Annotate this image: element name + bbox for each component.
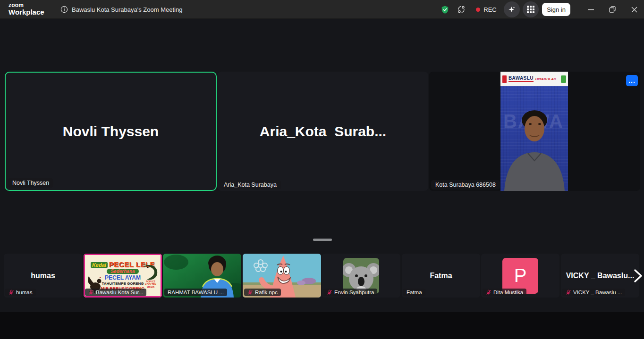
muted-mic-icon [88, 289, 94, 295]
muted-mic-icon [566, 289, 571, 295]
catfish-graphic [142, 263, 159, 281]
rec-label: REC [483, 6, 496, 13]
tile-name-label: humas [5, 289, 36, 296]
tile-name-label: Rafik npc [244, 289, 281, 296]
tile-name-label: VICKY _ Bawaslu ... [562, 289, 625, 296]
filmstrip-tile-bawaslu-kota[interactable]: Kedai PECEL LELE Sederhana PECEL AYAM TA… [84, 254, 162, 298]
filmstrip-tile-fatma[interactable]: Fatma Fatma [402, 254, 480, 298]
muted-mic-icon [247, 289, 253, 295]
muted-mic-icon [327, 289, 332, 295]
tile-name-label: Novli Thyssen [8, 178, 53, 188]
filmstrip-tile-humas[interactable]: humas humas [4, 254, 82, 298]
tile-name-label: RAHMAT BAWASLU ... [164, 289, 227, 296]
tile-name-label: Kota Surabaya 686508 [431, 180, 500, 190]
filmstrip-tile-erwin[interactable]: Erwin Syahputra [322, 254, 400, 298]
ai-sparkle-icon [508, 5, 516, 14]
video-background: BAWA [500, 86, 568, 191]
tile-display-name: Novli Thyssen [6, 73, 216, 190]
video-tile-aria[interactable]: Aria_Kota Surab... Aria_Kota Surabaya [218, 72, 428, 191]
zoom-workplace-logo: zoom Workplace [8, 2, 44, 16]
grid-icon [527, 6, 534, 13]
akhlak-logo-icon [561, 75, 566, 83]
bawaslu-brand-text: BAWASLU [508, 75, 534, 81]
banner-extras-text: POP ICE KODI TEH MANIS [143, 280, 158, 289]
banner-underline [508, 81, 534, 82]
tile-name-label: Fatma [403, 289, 425, 296]
logo-line2: Workplace [8, 8, 44, 16]
filmstrip-tile-rahmat[interactable]: RAHMAT BAWASLU ... [163, 254, 241, 298]
video-tile-novli[interactable]: Novli Thyssen Novli Thyssen [5, 72, 217, 191]
ai-companion-button[interactable] [504, 1, 520, 17]
titlebar: zoom Workplace Bawaslu Kota Surabaya's Z… [0, 0, 644, 19]
info-icon[interactable] [60, 6, 68, 13]
filmstrip-tile-dita[interactable]: P Dita Mustika [481, 254, 559, 298]
tile-display-name: Aria_Kota Surab... [218, 72, 428, 191]
bawaslu-logo-icon [502, 75, 507, 83]
participant-video-feed: BAWASLU BerAKHLAK BAWA [500, 72, 568, 191]
close-button[interactable] [627, 0, 641, 19]
filmstrip-tile-rafik[interactable]: Rafik npc [243, 254, 321, 298]
rec-dot-icon [476, 8, 480, 12]
bawaslu-banner: BAWASLU BerAKHLAK [500, 72, 568, 86]
muted-mic-icon [8, 289, 14, 295]
filmstrip-resize-handle[interactable] [313, 239, 332, 241]
video-tile-kota-surabaya[interactable]: BAWASLU BerAKHLAK BAWA ... Kota Surabaya… [429, 72, 640, 191]
filmstrip-next-page-button[interactable] [632, 268, 644, 283]
minimize-button[interactable] [584, 0, 598, 19]
tile-name-label: Aria_Kota Surabaya [220, 180, 281, 190]
banner-kedai-text: Kedai [91, 262, 108, 268]
tile-name-label: Dita Mustika [483, 289, 526, 296]
person-in-video [500, 106, 568, 191]
banner-line1-text: PECEL AYAM [105, 274, 141, 281]
chevron-right-icon [632, 268, 644, 283]
recording-indicator[interactable]: REC [473, 0, 500, 19]
security-shield-icon[interactable] [439, 0, 450, 19]
meeting-title-text: Bawaslu Kota Surabaya's Zoom Meeting [72, 6, 182, 13]
apps-grid-button[interactable] [523, 1, 539, 17]
tile-more-options-button[interactable]: ... [626, 75, 638, 86]
filmstrip-tile-vicky[interactable]: VICKY _ Bawaslu... VICKY _ Bawaslu ... [561, 254, 639, 298]
tile-name-label: Bawaslu Kota Sur... [85, 289, 146, 296]
meeting-title: Bawaslu Kota Surabaya's Zoom Meeting [60, 0, 182, 19]
tile-name-label: Erwin Syahputra [323, 289, 377, 296]
restore-button[interactable] [605, 0, 619, 19]
meeting-toolbar: Audio Video 26 Participants 1 [0, 312, 644, 339]
muted-mic-icon [486, 289, 491, 295]
zoom-meeting-window: { "titlebar": { "logo_line1": "zoom", "l… [0, 0, 644, 339]
view-layout-icon[interactable] [455, 0, 467, 19]
logo-line1: zoom [8, 2, 44, 8]
banner-line2-text: TAHU/TEMPE GORENG [102, 281, 144, 286]
sign-in-button[interactable]: Sign in [542, 3, 570, 16]
banner-subtitle-text: Sederhana [107, 269, 138, 274]
berakhlak-text: BerAKHLAK [535, 77, 556, 81]
